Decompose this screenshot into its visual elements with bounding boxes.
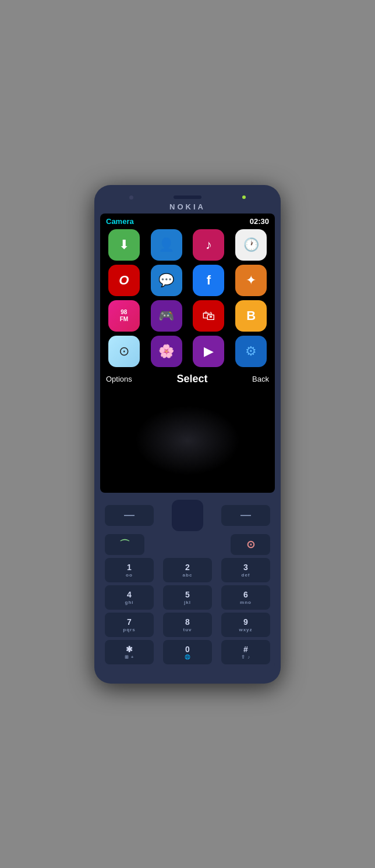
- app-icon-facebook[interactable]: f: [193, 265, 224, 296]
- app-icon-video[interactable]: ▶: [193, 336, 224, 367]
- key-8-button[interactable]: 8tuv: [163, 613, 212, 637]
- app-icon-download[interactable]: ⬇: [108, 229, 140, 261]
- phone-screen: Camera 02:30 ⬇👤♪🕐O💬f✦98FM🎮🛍B⊙🌸▶⚙ Options…: [100, 214, 275, 493]
- key-9-button[interactable]: 9wxyz: [221, 613, 270, 637]
- key-5-button[interactable]: 5jkl: [163, 585, 212, 610]
- app-icon-nokia[interactable]: ✦: [235, 265, 267, 296]
- app-icon-music[interactable]: ♪: [193, 229, 224, 261]
- app-icon-settings[interactable]: ⚙: [235, 336, 267, 367]
- key-2-button[interactable]: 2abc: [163, 558, 212, 582]
- keypad-row-3: 7pqrs 8tuv 9wxyz: [105, 613, 270, 637]
- softkey-center[interactable]: Select: [176, 373, 207, 385]
- keypad-row-4: ✱⊞ + 0🌐 #⇧ ♪: [105, 640, 270, 664]
- app-icon-chat[interactable]: 💬: [151, 265, 182, 296]
- app-icon-bing[interactable]: B: [235, 300, 267, 332]
- left-softkey-hw-button[interactable]: —: [105, 505, 154, 526]
- phone-device: NOKIA Camera 02:30 ⬇👤♪🕐O💬f✦98FM🎮🛍B⊙🌸▶⚙ O…: [94, 185, 281, 684]
- app-icon-store[interactable]: 🛍: [193, 300, 224, 332]
- status-led: [242, 195, 246, 199]
- phone-top-bar: [100, 192, 275, 201]
- app-icon-camera2[interactable]: ⊙: [108, 336, 140, 367]
- call-button[interactable]: ⌒: [105, 534, 144, 555]
- app-icon-photos[interactable]: 🌸: [151, 336, 182, 367]
- key-hash-button[interactable]: #⇧ ♪: [221, 640, 270, 664]
- app-icon-contacts[interactable]: 👤: [151, 229, 182, 261]
- softkey-right[interactable]: Back: [252, 375, 269, 383]
- key-1-button[interactable]: 1oo: [105, 558, 154, 582]
- status-bar: Camera 02:30: [100, 214, 275, 226]
- keypad: — — ⌒ ⊙ 1oo 2abc 3def 4ghi 5jkl 6mno 7pq…: [100, 495, 275, 673]
- front-camera: [129, 195, 133, 200]
- key-7-button[interactable]: 7pqrs: [105, 613, 154, 637]
- camera-label: Camera: [106, 217, 134, 226]
- end-button[interactable]: ⊙: [231, 534, 270, 555]
- key-3-button[interactable]: 3def: [221, 558, 270, 582]
- keypad-row-2: 4ghi 5jkl 6mno: [105, 585, 270, 610]
- key-star-button[interactable]: ✱⊞ +: [105, 640, 154, 664]
- softkey-bar: Options Select Back: [100, 369, 275, 387]
- earpiece-speaker: [174, 195, 201, 199]
- key-4-button[interactable]: 4ghi: [105, 585, 154, 610]
- key-6-button[interactable]: 6mno: [221, 585, 270, 610]
- keypad-row-call: ⌒ ⊙: [105, 534, 270, 555]
- app-icon-clock[interactable]: 🕐: [235, 229, 267, 261]
- time-display: 02:30: [250, 217, 269, 226]
- keypad-row-1: 1oo 2abc 3def: [105, 558, 270, 582]
- key-0-button[interactable]: 0🌐: [163, 640, 212, 664]
- app-icon-opera[interactable]: O: [108, 265, 140, 296]
- app-icon-games[interactable]: 🎮: [151, 300, 182, 332]
- keypad-row-nav: — —: [105, 500, 270, 531]
- nav-center-button[interactable]: [172, 500, 203, 531]
- softkey-left[interactable]: Options: [106, 375, 132, 383]
- right-softkey-hw-button[interactable]: —: [221, 505, 270, 526]
- brand-label: NOKIA: [100, 202, 275, 211]
- app-grid: ⬇👤♪🕐O💬f✦98FM🎮🛍B⊙🌸▶⚙: [100, 226, 275, 369]
- app-icon-radio[interactable]: 98FM: [108, 300, 140, 332]
